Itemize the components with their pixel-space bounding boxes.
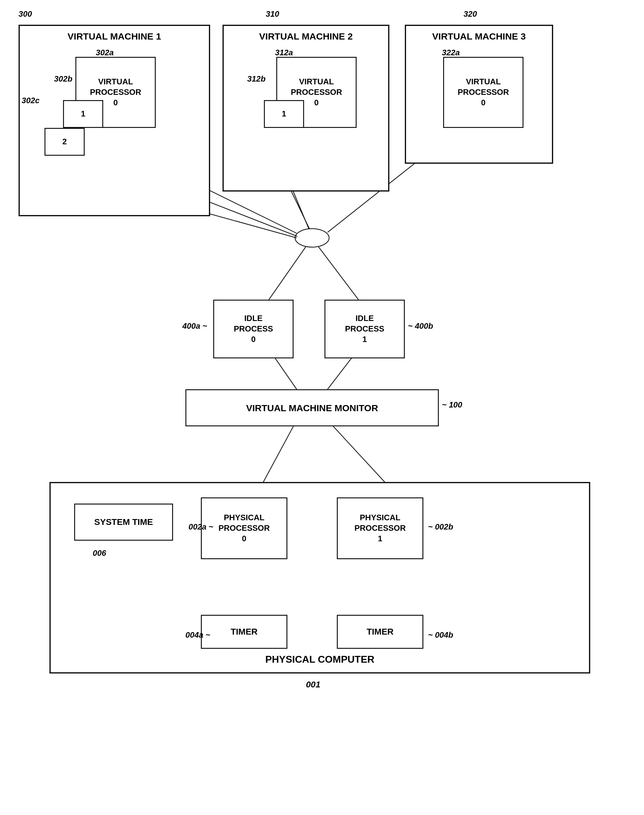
vm1-sub2-ref: 302c	[21, 96, 40, 105]
vm3-label: VIRTUAL MACHINE 3	[432, 30, 526, 42]
vmm-label: VIRTUAL MACHINE MONITOR	[246, 402, 378, 414]
vm2-sub1: 1	[264, 100, 304, 128]
pp1-label: PHYSICALPROCESSOR1	[354, 513, 406, 544]
timer0-label: TIMER	[230, 626, 258, 637]
vmm-box: VIRTUAL MACHINE MONITOR	[186, 389, 439, 426]
system-time-label: SYSTEM TIME	[94, 516, 153, 528]
vm3-vp0: VIRTUALPROCESSOR0	[443, 57, 523, 128]
vm1-label: VIRTUAL MACHINE 1	[67, 30, 161, 42]
vm1-sub1-ref: 302b	[54, 74, 72, 84]
timer0-ref: 004a ~	[186, 630, 210, 640]
idle0-ref: 400a ~	[182, 321, 207, 331]
vm3-vp-ref: 322a	[442, 48, 460, 57]
diagram: VIRTUAL MACHINE 1 VIRTUALPROCESSOR0 1 2 …	[0, 0, 644, 815]
timer1-label: TIMER	[366, 626, 393, 637]
vm3-container: VIRTUAL MACHINE 3 VIRTUALPROCESSOR0	[405, 25, 553, 164]
idle1-box: IDLEPROCESS1	[325, 300, 405, 358]
idle0-label: IDLEPROCESS0	[234, 313, 273, 345]
vm3-ref: 320	[463, 9, 477, 19]
vm2-label: VIRTUAL MACHINE 2	[259, 30, 353, 42]
physical-computer-label: PHYSICAL COMPUTER	[265, 653, 374, 666]
svg-line-8	[318, 247, 359, 300]
vm1-sub1: 1	[63, 100, 103, 128]
vm1-container: VIRTUAL MACHINE 1 VIRTUALPROCESSOR0 1 2	[18, 25, 210, 216]
timer1-box: TIMER	[337, 615, 423, 649]
idle1-label: IDLEPROCESS1	[345, 313, 384, 345]
idle1-ref: ~ 400b	[408, 321, 433, 331]
timer0-box: TIMER	[201, 615, 287, 649]
idle0-box: IDLEPROCESS0	[213, 300, 294, 358]
system-time-box: SYSTEM TIME	[74, 504, 173, 541]
system-time-ref: 006	[93, 548, 106, 558]
pp0-box: PHYSICALPROCESSOR0	[201, 497, 287, 559]
physical-computer-ref: 001	[306, 680, 320, 689]
vm2-container: VIRTUAL MACHINE 2 VIRTUALPROCESSOR0 1	[222, 25, 389, 191]
svg-line-7	[269, 247, 306, 300]
pp1-box: PHYSICALPROCESSOR1	[337, 497, 423, 559]
vm1-ref: 300	[18, 9, 32, 19]
vm2-vp-ref: 312a	[275, 48, 293, 57]
vm2-ref: 310	[266, 9, 279, 19]
vmm-ref: ~ 100	[442, 400, 462, 410]
pp0-ref: 002a ~	[189, 522, 213, 532]
vm1-sub2: 2	[44, 128, 85, 156]
pp0-label: PHYSICALPROCESSOR0	[218, 513, 270, 544]
vm2-sub1-ref: 312b	[247, 74, 265, 84]
svg-point-0	[295, 228, 329, 247]
pp1-ref: ~ 002b	[428, 522, 453, 532]
vm1-vp-ref: 302a	[96, 48, 114, 57]
timer1-ref: ~ 004b	[428, 630, 453, 640]
